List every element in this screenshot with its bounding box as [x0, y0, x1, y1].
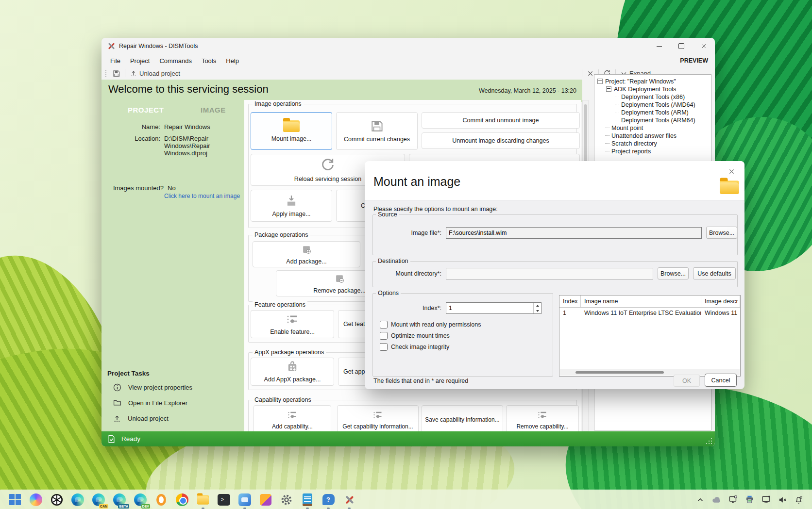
add-capability-button[interactable]: Add capability...: [254, 405, 331, 431]
image-file-label: Image file*:: [373, 230, 446, 236]
settings-gear-icon[interactable]: [279, 493, 294, 507]
scrollbar-thumb[interactable]: [584, 104, 587, 164]
tab-image[interactable]: IMAGE: [201, 106, 226, 114]
tree-item-adk[interactable]: ADK Deployment Tools: [606, 85, 676, 93]
col-image-name[interactable]: Image name: [581, 296, 701, 307]
tree-item-mount-point[interactable]: Mount point: [605, 124, 643, 131]
menu-help[interactable]: Help: [221, 55, 244, 66]
readonly-checkbox[interactable]: [380, 321, 388, 328]
tree-item-unattended[interactable]: Unattended answer files: [605, 132, 677, 139]
add-appx-package-button[interactable]: Add AppX package...: [251, 358, 334, 386]
toolbar-grip[interactable]: [105, 70, 108, 77]
dialog-folder-icon: [720, 181, 739, 194]
dialog-close-icon[interactable]: [726, 166, 737, 177]
edge-icon[interactable]: [70, 493, 85, 507]
unmount-discard-button[interactable]: Unmount image discarding changes: [422, 132, 580, 149]
tree-item-project[interactable]: Project: "Repair Windows": [597, 78, 676, 85]
notepad-icon[interactable]: [300, 493, 315, 507]
get-capability-button[interactable]: Get capability information...: [337, 405, 419, 431]
tray-chevron-up-icon[interactable]: [696, 496, 704, 504]
index-input[interactable]: [446, 302, 541, 314]
optimize-checkbox-row[interactable]: Optimize mount times: [380, 332, 450, 340]
bell-dnd-icon[interactable]: [794, 495, 803, 504]
menu-tools[interactable]: Tools: [197, 55, 221, 66]
onedrive-cloud-icon[interactable]: [711, 495, 721, 505]
photos-icon[interactable]: [237, 493, 252, 507]
printer-icon[interactable]: [745, 495, 754, 504]
integrity-checkbox-row[interactable]: Check image integrity: [380, 343, 449, 351]
apply-box-icon: [285, 195, 298, 207]
index-spinner[interactable]: [533, 303, 541, 313]
required-fields-note: The fields that end in * are required: [373, 378, 468, 384]
spinner-up-icon[interactable]: [534, 303, 541, 308]
menu-commands[interactable]: Commands: [154, 55, 196, 66]
cancel-button[interactable]: Cancel: [705, 374, 737, 387]
appx-icon: [287, 361, 298, 373]
collapse-icon[interactable]: [606, 86, 611, 92]
edge-beta-icon[interactable]: BETA: [112, 493, 127, 507]
hscroll-thumb[interactable]: [575, 371, 664, 374]
capability-operations-title: Capability operations: [253, 396, 313, 403]
capability-info-icon: [373, 410, 383, 420]
close-button[interactable]: [693, 38, 715, 54]
remove-capability-button[interactable]: Remove capability...: [506, 405, 579, 431]
minimize-button[interactable]: [648, 38, 670, 54]
task-unload-project[interactable]: Unload project: [113, 414, 169, 422]
dismtools-taskbar-icon[interactable]: [342, 493, 356, 507]
title-bar[interactable]: Repair Windows - DISMTools: [102, 38, 715, 54]
volume-muted-icon[interactable]: [778, 495, 787, 504]
resize-grip[interactable]: [706, 438, 712, 444]
chatgpt-icon[interactable]: [50, 493, 64, 507]
tab-project[interactable]: PROJECT: [128, 106, 164, 114]
commit-changes-button[interactable]: Commit current changes: [336, 112, 418, 150]
tree-item-amd64[interactable]: Deployment Tools (AMD64): [615, 101, 695, 108]
mount-image-link[interactable]: Click here to mount an image: [164, 193, 240, 199]
help-chat-icon[interactable]: ?: [321, 493, 336, 507]
spinner-down-icon[interactable]: [534, 308, 541, 313]
capability-remove-icon: [538, 410, 547, 420]
destination-browse-button[interactable]: Browse...: [658, 267, 689, 279]
optimize-checkbox[interactable]: [380, 332, 388, 340]
opera-icon[interactable]: [154, 493, 169, 507]
save-capability-button[interactable]: Save capability information...: [422, 405, 503, 431]
mount-directory-input[interactable]: [446, 268, 653, 279]
table-header[interactable]: Index Image name Image descr: [559, 296, 740, 308]
copilot-icon[interactable]: [29, 493, 43, 507]
add-package-button[interactable]: Add package...: [253, 241, 360, 267]
commit-unmount-button[interactable]: Commit and unmount image: [422, 112, 580, 129]
task-view-properties[interactable]: View project properties: [113, 383, 192, 392]
tree-item-x86[interactable]: Deployment Tools (x86): [615, 93, 685, 100]
task-open-explorer[interactable]: Open in File Explorer: [113, 399, 187, 407]
cast-display-icon[interactable]: [761, 495, 771, 504]
unload-project-button[interactable]: Unload project: [128, 69, 183, 78]
enable-feature-button[interactable]: Enable feature...: [251, 310, 334, 338]
tree-item-reports[interactable]: Project reports: [605, 148, 651, 155]
tree-item-scratch[interactable]: Scratch directory: [605, 140, 657, 147]
collapse-icon[interactable]: [597, 79, 603, 84]
sticky-notes-icon[interactable]: [258, 493, 273, 507]
ok-button[interactable]: OK: [674, 375, 700, 387]
col-index[interactable]: Index: [559, 296, 581, 307]
mount-image-button[interactable]: Mount image...: [251, 112, 332, 150]
integrity-checkbox[interactable]: [380, 343, 388, 351]
readonly-checkbox-row[interactable]: Mount with read only permissions: [380, 321, 481, 328]
maximize-button[interactable]: [670, 38, 693, 54]
source-browse-button[interactable]: Browse...: [706, 227, 737, 239]
tree-item-arm[interactable]: Deployment Tools (ARM): [615, 109, 689, 116]
use-defaults-button[interactable]: Use defaults: [693, 267, 736, 279]
start-button[interactable]: [8, 493, 22, 507]
chrome-icon[interactable]: [175, 493, 189, 507]
save-button[interactable]: [110, 69, 122, 78]
edge-canary-icon[interactable]: CAN: [91, 493, 106, 507]
apply-image-button[interactable]: Apply image...: [251, 190, 332, 222]
file-explorer-icon[interactable]: [196, 493, 210, 507]
tree-item-arm64[interactable]: Deployment Tools (ARM64): [615, 116, 695, 124]
terminal-icon[interactable]: >_: [217, 493, 231, 507]
col-image-desc[interactable]: Image descr: [701, 296, 740, 307]
table-row[interactable]: 1 Windows 11 IoT Enterprise LTSC Evaluat…: [559, 308, 740, 318]
secure-device-icon[interactable]: [728, 495, 738, 504]
image-file-input[interactable]: [446, 227, 702, 239]
menu-project[interactable]: Project: [125, 55, 154, 66]
menu-file[interactable]: File: [105, 55, 125, 66]
edge-dev-icon[interactable]: DEV: [133, 493, 148, 507]
